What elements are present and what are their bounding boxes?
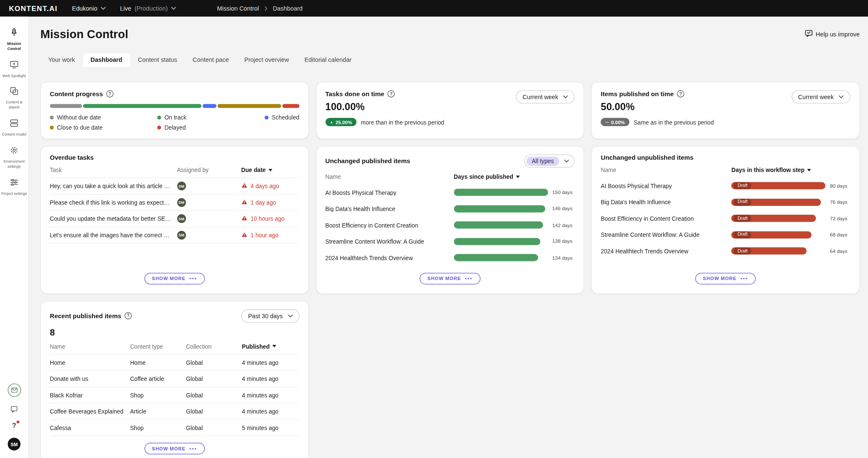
item-row[interactable]: Cafessa Shop Global 5 minutes ago (50, 420, 300, 436)
item-row[interactable]: Home Home Global 4 minutes ago (50, 355, 300, 371)
period-select-value: Past 30 days (248, 312, 283, 319)
item-name[interactable]: Big Data's Health Influence (326, 205, 454, 212)
items-published-on-time-card: Items published on time ? 50.00% —0.00% … (591, 82, 860, 139)
days-label: 142 days (552, 222, 573, 228)
due-date: 1 day ago (241, 199, 299, 206)
breadcrumb-current[interactable]: Dashboard (273, 5, 303, 12)
item-name[interactable]: Streamline Content Workflow: A Guide (601, 231, 732, 238)
user-avatar[interactable]: SM (8, 438, 20, 450)
column-days-since-published-sort[interactable]: Days since published (454, 173, 575, 180)
notification-dot (17, 421, 19, 424)
help-icon[interactable]: ? (388, 90, 395, 97)
days-label: 76 days (830, 200, 847, 205)
task-row[interactable]: Let's ensure all the images have the cor… (50, 227, 300, 244)
delta-badge: —0.00% (601, 118, 629, 126)
table-header: Name Days since published (326, 168, 575, 184)
task-title[interactable]: Let's ensure all the images have the cor… (50, 232, 177, 239)
item-name[interactable]: Boost Efficiency in Content Creation (601, 215, 732, 222)
show-more-button[interactable]: SHOW MORE••• (420, 272, 480, 284)
legend-item: Scheduled (264, 114, 299, 121)
sidebar-item-content-assets[interactable]: Content & assets (0, 82, 28, 114)
item-row[interactable]: Big Data's Health Influence 146 days (326, 200, 575, 217)
project-name: Edukonio (72, 5, 97, 12)
sidebar-item-content-model[interactable]: Content model (0, 114, 28, 141)
item-name[interactable]: Home (50, 359, 130, 366)
item-row[interactable]: AI Boosts Physical Therapy 150 days (326, 184, 575, 201)
days-bar (454, 238, 540, 245)
tab-project-overview[interactable]: Project overview (236, 53, 297, 67)
project-switcher[interactable]: Edukonio (72, 5, 106, 12)
tab-editorial-calendar[interactable]: Editorial calendar (297, 53, 359, 67)
column-due-date-sort[interactable]: Due date (241, 167, 299, 173)
legend-dot (264, 115, 268, 119)
help-icon[interactable]: ? (677, 90, 684, 97)
item-row[interactable]: AI Boosts Physical Therapy Draft80 days (601, 178, 851, 194)
help-us-improve-link[interactable]: Help us improve (804, 30, 860, 39)
item-name[interactable]: 2024 Healthtech Trends Overview (601, 248, 732, 255)
column-name: Name (50, 343, 130, 350)
item-name[interactable]: Streamline Content Workflow: A Guide (326, 238, 454, 245)
breadcrumb-root[interactable]: Mission Control (217, 5, 259, 12)
messenger-icon[interactable] (8, 383, 21, 397)
show-more-button[interactable]: SHOW MORE••• (144, 272, 205, 284)
type-filter-select[interactable]: All types (524, 154, 575, 167)
item-row[interactable]: Coffee Beverages Explained Article Globa… (50, 403, 300, 420)
sidebar-item-mission-control[interactable]: Mission Control (0, 23, 28, 55)
help-icon[interactable]: ? (125, 312, 132, 319)
sort-desc-icon (807, 169, 811, 172)
item-row[interactable]: Donate with us Coffee article Global 4 m… (50, 371, 300, 387)
item-row[interactable]: Boost Efficiency in Content Creation 142… (326, 217, 575, 233)
task-row[interactable]: Please check if this link is working as … (50, 194, 300, 211)
task-title[interactable]: Could you update the metadata for better… (50, 215, 177, 222)
table-header: Task Assigned by Due date (50, 161, 300, 178)
sidebar-item-project-settings[interactable]: Project settings (0, 173, 28, 200)
item-name[interactable]: Black Kofriar (50, 391, 130, 398)
period-select[interactable]: Current week (791, 90, 850, 103)
column-published-sort[interactable]: Published (242, 343, 299, 350)
column-days-in-step-sort[interactable]: Days in this workflow step (732, 167, 850, 173)
item-name[interactable]: Big Data's Health Influence (601, 199, 732, 205)
warning-icon (241, 215, 247, 222)
item-name[interactable]: Boost Efficiency in Content Creation (326, 222, 454, 228)
item-name[interactable]: Donate with us (50, 375, 130, 382)
assignee-avatar: SM (177, 198, 186, 207)
sidebar-item-environment-settings[interactable]: Environment settings (0, 141, 28, 173)
item-name[interactable]: Coffee Beverages Explained (50, 408, 130, 415)
item-row[interactable]: Black Kofriar Shop Global 4 minutes ago (50, 387, 300, 404)
tab-dashboard[interactable]: Dashboard (83, 53, 130, 67)
item-name[interactable]: AI Boosts Physical Therapy (326, 189, 454, 196)
period-select-value: Current week (798, 94, 834, 100)
sidebar-item-web-spotlight[interactable]: Web Spotlight (0, 55, 28, 82)
tab-your-work[interactable]: Your work (40, 53, 83, 67)
environment-switcher[interactable]: Live (Production) (120, 5, 176, 12)
item-name[interactable]: 2024 Healthtech Trends Overview (326, 254, 454, 261)
assignee-avatar: SM (177, 182, 186, 191)
period-select[interactable]: Past 30 days (242, 309, 299, 322)
task-row[interactable]: Could you update the metadata for better… (50, 211, 300, 228)
chat-icon[interactable] (10, 405, 19, 414)
item-row[interactable]: Streamline Content Workflow: A Guide 138… (326, 233, 575, 250)
item-row[interactable]: Streamline Content Workflow: A Guide Dra… (601, 227, 851, 243)
kontent-logo[interactable]: KONTENT.AI (9, 4, 58, 13)
item-row[interactable]: 2024 Healthtech Trends Overview Draft64 … (601, 243, 851, 259)
tab-content-status[interactable]: Content status (130, 53, 185, 67)
task-title[interactable]: Please check if this link is working as … (50, 199, 177, 206)
period-select[interactable]: Current week (516, 90, 575, 103)
days-label: 134 days (552, 255, 573, 261)
tab-bar: Your work Dashboard Content status Conte… (40, 53, 860, 67)
help-icon[interactable]: ? (106, 90, 114, 97)
help-icon[interactable]: ? (11, 422, 18, 429)
item-name[interactable]: Cafessa (50, 424, 130, 431)
task-title[interactable]: Hey, can you take a quick look at this a… (50, 183, 177, 189)
progress-legend: Without due date On track Scheduled Clos… (50, 114, 300, 130)
item-name[interactable]: AI Boosts Physical Therapy (601, 183, 732, 189)
period-select-value: Current week (523, 94, 558, 100)
item-row[interactable]: Big Data's Health Influence Draft76 days (601, 194, 851, 211)
tab-content-pace[interactable]: Content pace (185, 53, 236, 67)
item-row[interactable]: Boost Efficiency in Content Creation Dra… (601, 210, 851, 227)
content-progress-card: Content progress ? Without due date On t… (40, 82, 309, 139)
show-more-button[interactable]: SHOW MORE••• (144, 443, 205, 454)
show-more-button[interactable]: SHOW MORE••• (695, 272, 756, 284)
item-row[interactable]: 2024 Healthtech Trends Overview 134 days (326, 250, 575, 266)
task-row[interactable]: Hey, can you take a quick look at this a… (50, 178, 300, 195)
